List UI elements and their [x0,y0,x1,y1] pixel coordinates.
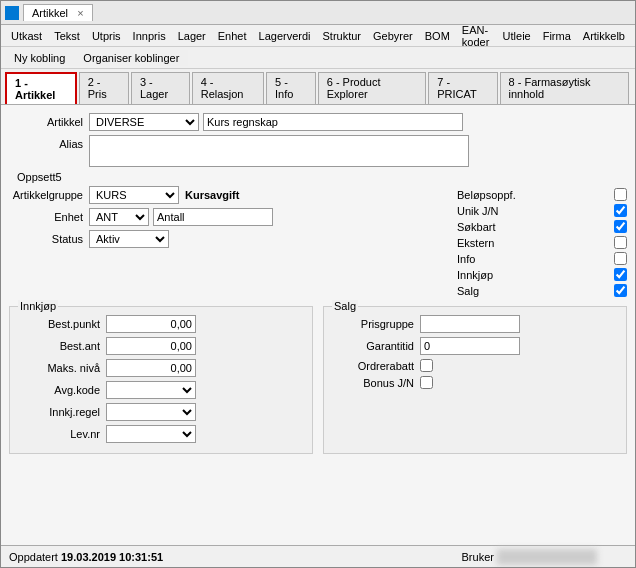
sokbart-row: Søkbart [457,220,627,233]
enhet-row: Enhet ANT [9,208,449,226]
garantitid-label: Garantitid [330,340,420,352]
tab-info[interactable]: 5 - Info [266,72,316,104]
tab-pricat[interactable]: 7 - PRICAT [428,72,497,104]
tab-artikkel[interactable]: 1 - Artikkel [5,72,77,104]
artikkel-label: Artikkel [9,116,89,128]
tab-product-explorer[interactable]: 6 - Product Explorer [318,72,427,104]
artikkel-row: Artikkel DIVERSE [9,113,627,131]
artikkelgruppe-label: Artikkelgruppe [9,189,89,201]
bonusjn-label: Bonus J/N [330,377,420,389]
salg-checkbox[interactable] [614,284,627,297]
bestpunkt-input[interactable] [106,315,196,333]
salg-checkbox-row: Salg [457,284,627,297]
tab-farmasoy[interactable]: 8 - Farmasøytisk innhold [500,72,629,104]
oppdatert-label: Oppdatert [9,551,58,563]
avgkode-label: Avg.kode [16,384,106,396]
sokbart-checkbox[interactable] [614,220,627,233]
belopsopp-row: Beløpsoppf. [457,188,627,201]
maksniva-row: Maks. nivå [16,359,306,377]
menu-struktur[interactable]: Struktur [317,28,368,44]
bestpunkt-label: Best.punkt [16,318,106,330]
maksniva-input[interactable] [106,359,196,377]
avgkode-row: Avg.kode [16,381,306,399]
menu-utkast[interactable]: Utkast [5,28,48,44]
tab-relasjon[interactable]: 4 - Relasjon [192,72,264,104]
menu-eankoder[interactable]: EAN-koder [456,22,497,50]
organiser-koblinger-button[interactable]: Organiser koblinger [74,50,188,66]
alias-row: Alias [9,135,627,167]
app-icon [5,6,19,20]
toolbar: Ny kobling Organiser koblinger [1,47,635,69]
bruker-label: Bruker [462,551,494,563]
levnr-dropdown[interactable] [106,425,196,443]
unikjn-row: Unik J/N [457,204,627,217]
menu-lager[interactable]: Lager [172,28,212,44]
menu-lagerverdi[interactable]: Lagerverdi [253,28,317,44]
salg-section: Salg Prisgruppe Garantitid Ordrerabatt B… [323,306,627,454]
sokbart-label: Søkbart [457,221,537,233]
ordrerabatt-label: Ordrerabatt [330,360,420,372]
avgkode-dropdown[interactable] [106,381,196,399]
maksniva-label: Maks. nivå [16,362,106,374]
menu-bom[interactable]: BOM [419,28,456,44]
menu-enhet[interactable]: Enhet [212,28,253,44]
info-label: Info [457,253,537,265]
artikkelgruppe-row: Artikkelgruppe KURS Kursavgift [9,186,449,204]
belopsopp-checkbox[interactable] [614,188,627,201]
tab-pris[interactable]: 2 - Pris [79,72,129,104]
tab-lager[interactable]: 3 - Lager [131,72,190,104]
bruker-section: Bruker [462,549,597,565]
title-tab[interactable]: Artikkel × [23,4,93,21]
salg-cb-label: Salg [457,285,537,297]
innkjop-row: Innkjøp [457,268,627,281]
menu-artikkelb[interactable]: Artikkelb [577,28,631,44]
oppsett-label: Oppsett5 [17,171,627,183]
oppdatert-section: Oppdatert 19.03.2019 10:31:51 [9,551,163,563]
innkjregel-dropdown[interactable] [106,403,196,421]
artikkel-description-input[interactable] [203,113,463,131]
status-dropdown[interactable]: Aktiv [89,230,169,248]
app-window: Artikkel × Utkast Tekst Utpris Innpris L… [0,0,636,568]
prisgruppe-label: Prisgruppe [330,318,420,330]
bestant-input[interactable] [106,337,196,355]
salg-section-title: Salg [332,300,358,312]
belopsopp-label: Beløpsoppf. [457,189,537,201]
alias-textarea[interactable] [89,135,469,167]
oppdatert-value: 19.03.2019 10:31:51 [61,551,163,563]
innkjop-checkbox[interactable] [614,268,627,281]
garantitid-input[interactable] [420,337,520,355]
enhet-label: Enhet [9,211,89,223]
tab-close-button[interactable]: × [77,7,83,19]
enhet-dropdown[interactable]: ANT [89,208,149,226]
prisgruppe-input[interactable] [420,315,520,333]
artikkelgruppe-dropdown[interactable]: KURS [89,186,179,204]
bonusjn-checkbox[interactable] [420,376,433,389]
menu-innpris[interactable]: Innpris [127,28,172,44]
menu-gebyrer[interactable]: Gebyrer [367,28,419,44]
info-checkbox[interactable] [614,252,627,265]
artikkel-dropdown[interactable]: DIVERSE [89,113,199,131]
tab-bar: 1 - Artikkel 2 - Pris 3 - Lager 4 - Rela… [1,69,635,105]
ekstern-label: Ekstern [457,237,537,249]
ekstern-checkbox[interactable] [614,236,627,249]
info-row: Info [457,252,627,265]
title-tab-label: Artikkel [32,7,68,19]
menu-utpris[interactable]: Utpris [86,28,127,44]
enhet-name-input[interactable] [153,208,273,226]
bruker-value [497,549,597,565]
menu-firma[interactable]: Firma [537,28,577,44]
unikjn-checkbox[interactable] [614,204,627,217]
prisgruppe-row: Prisgruppe [330,315,620,333]
status-label: Status [9,233,89,245]
menu-tekst[interactable]: Tekst [48,28,86,44]
menu-utleie[interactable]: Utleie [497,28,537,44]
levnr-label: Lev.nr [16,428,106,440]
ny-kobling-button[interactable]: Ny kobling [5,50,74,66]
bestpunkt-row: Best.punkt [16,315,306,333]
title-bar: Artikkel × [1,1,635,25]
unikjn-label: Unik J/N [457,205,537,217]
innkjop-section: Innkjøp Best.punkt Best.ant Maks. nivå A… [9,306,313,454]
status-row: Status Aktiv [9,230,449,248]
innkjregel-label: Innkj.regel [16,406,106,418]
ordrerabatt-checkbox[interactable] [420,359,433,372]
